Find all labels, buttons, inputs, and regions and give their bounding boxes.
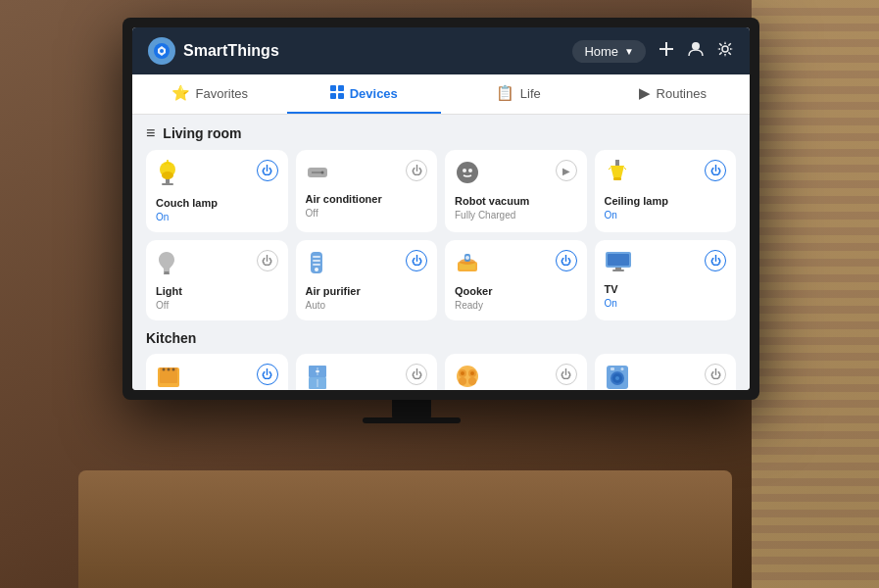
svg-point-57	[468, 377, 476, 385]
robot-vacuum-name: Robot vacuum	[455, 195, 577, 208]
tab-life[interactable]: 📋 Life	[441, 74, 596, 114]
svg-point-1	[160, 49, 164, 53]
tab-favorites[interactable]: ⭐ Favorites	[132, 74, 287, 114]
svg-point-32	[315, 268, 318, 271]
device-card-oven[interactable]: ⏻ Oven	[146, 354, 288, 390]
user-button[interactable]	[687, 40, 705, 62]
settings-button[interactable]	[716, 40, 734, 62]
refrigerator-power-btn[interactable]: ⏻	[406, 364, 427, 385]
card-top: ⏻	[156, 160, 278, 191]
home-selector[interactable]: Home ▼	[572, 40, 646, 63]
light-icon	[156, 250, 177, 279]
svg-point-17	[320, 172, 323, 174]
svg-rect-9	[338, 93, 344, 99]
tv-power-btn[interactable]: ⏻	[705, 250, 726, 271]
light-power-btn[interactable]: ⏻	[257, 250, 278, 271]
ceiling-lamp-name: Ceiling lamp	[605, 195, 727, 208]
svg-point-46	[168, 368, 171, 371]
card-top: ⏻	[306, 364, 428, 390]
svg-rect-64	[610, 368, 614, 370]
app-header: SmartThings Home ▼	[132, 27, 750, 74]
svg-point-59	[470, 371, 474, 375]
svg-rect-3	[659, 48, 673, 50]
device-card-qooktop[interactable]: ⏻ Qooktop	[445, 354, 587, 390]
tab-devices[interactable]: Devices	[287, 74, 442, 114]
dining-table	[78, 470, 732, 588]
device-card-air-conditioner[interactable]: ⏻ Air conditioner Off	[296, 150, 438, 232]
device-card-light[interactable]: ⏻ Light Off	[146, 240, 288, 320]
logo-area: SmartThings	[148, 37, 279, 65]
tab-routines-label: Routines	[657, 86, 707, 101]
svg-rect-6	[330, 85, 336, 91]
robot-vacuum-icon	[455, 160, 480, 189]
svg-rect-26	[164, 271, 170, 273]
svg-rect-8	[330, 93, 336, 99]
tab-favorites-label: Favorites	[196, 86, 248, 101]
living-room-header: ≡ Living room	[146, 124, 736, 142]
svg-point-65	[620, 368, 623, 370]
living-room-grid: ⏻ Couch lamp On	[146, 150, 736, 320]
air-purifier-power-btn[interactable]: ⏻	[406, 250, 427, 271]
card-top: ⏻	[306, 160, 428, 187]
oven-power-btn[interactable]: ⏻	[257, 364, 278, 385]
menu-icon[interactable]: ≡	[146, 124, 155, 142]
card-top: ⏻	[605, 364, 727, 390]
light-name: Light	[156, 285, 278, 298]
oven-icon	[156, 364, 181, 390]
kitchen-title: Kitchen	[146, 330, 196, 346]
svg-rect-31	[313, 264, 320, 266]
svg-rect-30	[313, 260, 320, 262]
main-content: ≡ Living room	[132, 115, 750, 390]
nav-tabs: ⭐ Favorites Devices 📋 Life	[132, 74, 750, 115]
svg-rect-7	[338, 85, 344, 91]
couch-lamp-power-btn[interactable]: ⏻	[257, 160, 278, 181]
svg-rect-41	[612, 270, 624, 271]
air-conditioner-power-btn[interactable]: ⏻	[406, 160, 427, 181]
devices-icon	[330, 85, 344, 102]
chevron-down-icon: ▼	[624, 46, 634, 57]
qooktop-power-btn[interactable]: ⏻	[556, 364, 577, 385]
svg-point-13	[162, 172, 173, 179]
tv-card-icon	[605, 250, 632, 277]
device-card-tv[interactable]: ⏻ TV On	[595, 240, 737, 320]
tab-routines[interactable]: ▶ Routines	[596, 74, 751, 114]
tv-status: On	[605, 298, 727, 309]
device-card-air-purifier[interactable]: ⏻ Air purifier Auto	[296, 240, 438, 320]
air-conditioner-icon	[306, 160, 329, 187]
washer-power-btn[interactable]: ⏻	[705, 364, 726, 385]
robot-vacuum-play-btn[interactable]: ▶	[556, 160, 577, 181]
refrigerator-icon	[306, 364, 329, 390]
svg-point-58	[461, 371, 464, 375]
add-button[interactable]	[658, 40, 675, 62]
couch-lamp-icon	[156, 160, 179, 191]
washer-icon	[605, 364, 630, 390]
svg-line-25	[624, 168, 626, 170]
svg-rect-23	[613, 177, 621, 180]
tv-stand-base	[363, 417, 461, 423]
window-blinds	[752, 0, 879, 588]
device-card-couch-lamp[interactable]: ⏻ Couch lamp On	[146, 150, 288, 232]
qooker-power-btn[interactable]: ⏻	[556, 250, 577, 271]
device-card-robot-vacuum[interactable]: ▶ Robot vacuum Fully Charged	[445, 150, 587, 232]
device-card-refrigerator[interactable]: ⏻ Refrigerator	[296, 354, 438, 390]
ceiling-lamp-icon	[605, 160, 630, 189]
device-card-washer[interactable]: ⏻ Washer	[595, 354, 737, 390]
card-top: ⏻	[306, 250, 428, 279]
svg-point-45	[163, 368, 166, 371]
app-logo-icon	[148, 37, 175, 65]
svg-point-4	[692, 42, 700, 50]
svg-rect-52	[316, 370, 319, 372]
svg-rect-27	[164, 273, 170, 274]
card-top: ⏻	[605, 250, 727, 277]
air-purifier-status: Auto	[306, 300, 428, 311]
svg-rect-39	[608, 254, 629, 266]
qooker-icon	[455, 250, 480, 279]
ceiling-lamp-power-btn[interactable]: ⏻	[705, 160, 726, 181]
device-card-qooker[interactable]: ⏻ Qooker Ready	[445, 240, 587, 320]
svg-point-63	[615, 376, 619, 380]
kitchen-section: Kitchen	[146, 330, 736, 390]
device-card-ceiling-lamp[interactable]: ⏻ Ceiling lamp On	[595, 150, 737, 232]
qooktop-icon	[455, 364, 480, 390]
air-purifier-icon	[306, 250, 327, 279]
robot-vacuum-status: Fully Charged	[455, 210, 577, 220]
